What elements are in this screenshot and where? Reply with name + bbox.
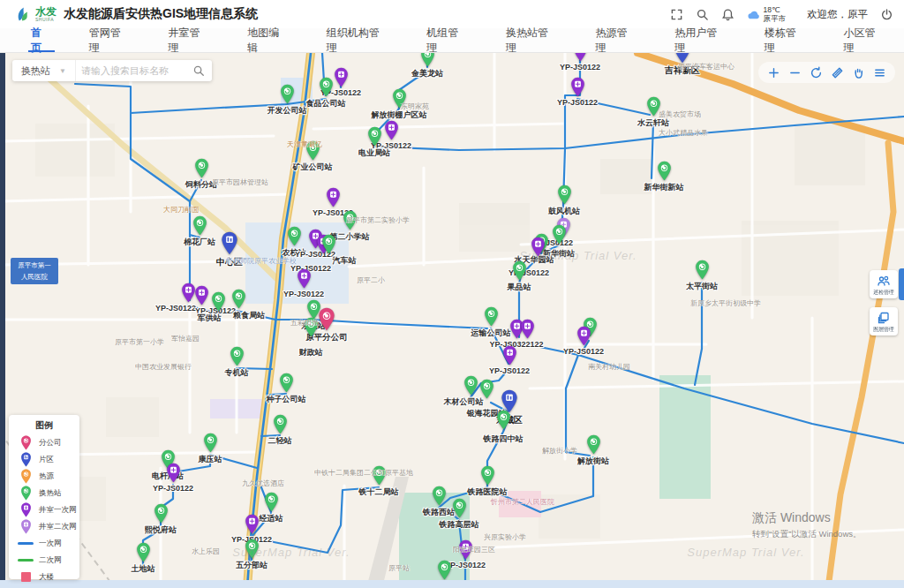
legend-swatch-source [18,469,34,484]
chevron-down-icon: ▼ [59,67,66,75]
pan-icon[interactable] [852,66,865,79]
legend-label: 一次网 [39,539,62,549]
legend-swatch-well2 [18,519,34,534]
map-poi-label-14: 解放街小学 [542,446,577,456]
nav-tab-4[interactable]: 组织机构管理 [308,28,408,52]
map-poi-label-13: 兴原实验小学 [484,532,526,542]
legend-label: 片区 [39,455,54,465]
team-icon [877,274,891,288]
windows-activate-watermark: 激活 Windows 转到“设置”以激活 Windows。 [752,510,862,540]
map-viewport[interactable]: YP-JS0122吉祥新区金美龙站YP-JS0122食品公司站YP-JS0122… [0,53,904,588]
legend-item-二次网: 二次网 [9,552,79,569]
layer-list-icon[interactable] [873,66,886,79]
city-name: 原平市 [764,14,787,23]
map-poi-label-12: 阳光庄园三区 [453,545,495,554]
nav-tab-9[interactable]: 楼栋管理 [746,28,825,52]
page-title: 水发能源盾安供热GIS地理信息系统 [64,6,258,22]
legend-item-换热站: 换热站 [9,485,79,501]
map-poi-label-4: 天津童涮忆 [287,139,322,149]
search-category-dropdown[interactable]: 换热站 ▼ [12,60,76,81]
legend-swatch-branch [18,435,34,450]
nav-tab-1[interactable]: 管网管理 [71,28,150,52]
map-poi-label-5: 中国农业发展银行 [135,362,192,372]
legend-swatch-building [18,572,34,582]
map-poi-label-22: 五彩阳光 [290,318,319,328]
logout-icon[interactable] [880,8,893,21]
legend-swatch-line2 [18,559,34,562]
map-edge-sliver [0,53,5,588]
legend-label: 井室二次网 [39,522,77,532]
legend-item-井室一次网: 井室一次网 [9,501,79,518]
map-poi-label-18: 原平汽车客运中心 [678,62,734,72]
hospital-sign: 原平市第一 人民医院 [11,258,58,284]
layers-button-label: 图层管理 [873,326,893,333]
search-input[interactable] [76,65,192,76]
nav-bar: 首页管网管理井室管理地图编辑组织机构管理机组管理换热站管理热源管理热用户管理楼栋… [0,28,904,53]
map-poi-label-23: 东明家苑 [401,102,429,111]
legend-label: 热源 [39,471,54,482]
nav-tab-0[interactable]: 首页 [12,28,71,52]
map-poi-label-2: 原平市第二实验小学 [346,215,410,225]
bell-icon[interactable] [721,8,734,21]
search-icon[interactable] [696,8,709,21]
search-submit-icon[interactable] [192,64,205,77]
map-poi-label-3: 大同刀削面 [163,205,199,215]
nav-tab-5[interactable]: 机组管理 [408,28,487,52]
legend-item-片区: 片区 [9,451,79,468]
fullscreen-icon[interactable] [670,8,683,21]
nav-tab-3[interactable]: 地图编辑 [229,28,308,52]
legend-title: 图例 [9,419,79,432]
map-poi-label-21: 原平二小 [357,275,385,285]
temperature: 18℃ [764,5,787,14]
cloud-icon [747,8,760,21]
welcome-text: 欢迎您，原平 [807,8,868,21]
legend-label: 二次网 [39,555,62,566]
map-poi-label-10: 水上乐园 [192,547,220,556]
map-poi-label-0: 原平市园林管理站 [212,177,268,187]
legend-item-井室二次网: 井室二次网 [9,518,79,535]
legend-item-一次网: 一次网 [9,535,79,552]
map-poi-label-15: 南关村幼儿园 [588,362,630,372]
map-poi-label-11: 原平站 [388,563,410,573]
zoom-in-icon[interactable] [767,66,780,79]
nav-tab-7[interactable]: 热源管理 [577,28,657,52]
legend-item-分公司: 分公司 [9,434,79,451]
logo-text-en: SHUIFA [35,17,56,22]
legend-label: 井室一次网 [39,505,77,516]
patrol-button[interactable]: 巡检管理 [870,270,898,298]
map-watermark-2: SuperMap Trial Ver. [687,546,804,559]
map-poi-label-20: 忻州市第二人民医院 [491,497,554,507]
marker-layer: YP-JS0122吉祥新区金美龙站YP-JS0122食品公司站YP-JS0122… [0,53,904,588]
map-search-bar: 换热站 ▼ [12,60,212,81]
header-actions: 18℃ 原平市 欢迎您，原平 [670,0,894,28]
nav-tab-6[interactable]: 换热站管理 [487,28,577,52]
layers-button[interactable]: 图层管理 [870,307,898,335]
map-poi-label-7: 军怡嘉园 [171,334,200,343]
logo-icon [14,5,32,23]
legend-swatch-substation [18,486,34,501]
nav-tab-8[interactable]: 热用户管理 [656,28,746,52]
weather-widget: 18℃ 原平市 [747,5,787,23]
logo: 水发 SHUIFA [14,5,56,23]
map-poi-label-9: 中铁十二局集团二公司原平基地 [314,468,413,478]
layers-icon [877,311,891,325]
side-panel-tab[interactable] [899,268,904,300]
legend-label: 大楼 [39,572,54,583]
map-poi-label-19: 新原乡太平街初级中学 [690,298,761,308]
legend-panel: 图例 分公司片区热源换热站井室一次网井室二次网一次网二次网大楼 [9,415,79,579]
map-watermark-1: SuperMap Trial Ver. [232,546,350,559]
map-poi-label-17: 大小武精品水果 [659,128,708,138]
map-controls [758,62,895,83]
nav-tab-10[interactable]: 小区管理 [825,28,904,52]
legend-item-热源: 热源 [9,468,79,485]
patrol-button-label: 巡检管理 [873,289,893,296]
reset-icon[interactable] [810,66,823,79]
map-bottom-band [0,580,904,588]
app-window: 水发 SHUIFA 水发能源盾安供热GIS地理信息系统 18℃ 原平市 欢迎您，… [0,0,904,588]
measure-icon[interactable] [831,66,844,79]
zoom-out-icon[interactable] [788,66,802,79]
map-poi-label-6: 原平市第一小学 [115,337,164,347]
logo-text-cn: 水发 [35,7,56,17]
nav-tab-2[interactable]: 井室管理 [149,28,229,52]
map-watermark-0: SuperMap Trial Ver. [519,249,637,262]
